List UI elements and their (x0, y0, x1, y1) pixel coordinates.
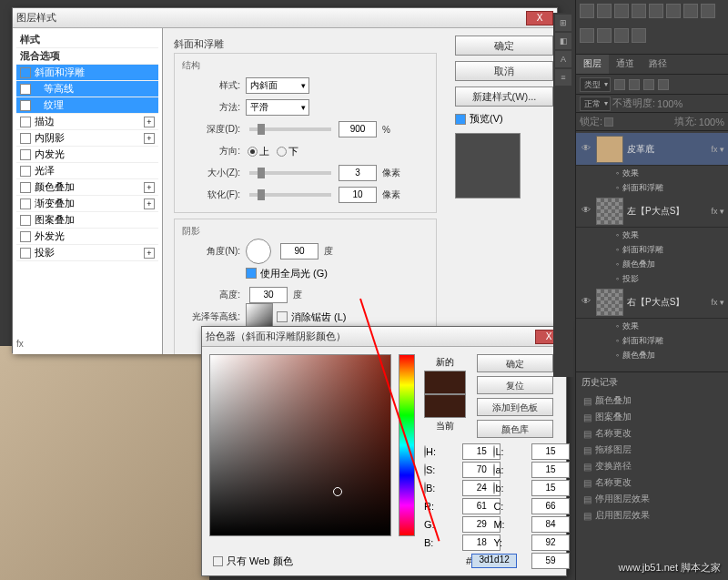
layer-item[interactable]: 👁右【P大点S】fx ▾ (576, 286, 728, 319)
blend-options-header[interactable]: 混合选项 (16, 48, 158, 65)
hex-input[interactable]: 3d1d12 (471, 554, 517, 568)
visibility-icon[interactable]: 👁 (580, 205, 592, 218)
current-color-swatch[interactable] (424, 394, 466, 418)
tool-icon[interactable]: A (555, 51, 571, 67)
fx-line[interactable]: 颜色叠加 (576, 257, 728, 271)
fx-line[interactable]: 颜色叠加 (576, 348, 728, 362)
effect-item[interactable]: 投影+ (16, 245, 158, 261)
history-item[interactable]: 图案叠加 (576, 409, 728, 425)
fx-badge[interactable]: fx ▾ (711, 145, 724, 154)
effect-checkbox[interactable] (20, 133, 31, 144)
fx-line[interactable]: 投影 (576, 271, 728, 286)
effect-checkbox[interactable] (20, 231, 31, 242)
altitude-input[interactable]: 30 (249, 287, 288, 303)
plus-icon[interactable]: + (144, 248, 155, 259)
depth-input[interactable]: 900 (339, 121, 377, 137)
fx-badge[interactable]: fx ▾ (711, 207, 724, 216)
layer-style-titlebar[interactable]: 图层样式 X (13, 8, 557, 28)
history-item[interactable]: 变换路径 (576, 458, 728, 474)
effect-item[interactable]: 纹理 (16, 97, 158, 114)
angle-input[interactable]: 90 (280, 243, 318, 259)
cp-ok-button[interactable]: 确定 (477, 354, 553, 372)
filter-kind[interactable]: 类型 (580, 77, 611, 92)
panel-icon[interactable] (580, 4, 594, 18)
tab-channels[interactable]: 通道 (609, 55, 642, 74)
plus-icon[interactable]: + (144, 198, 155, 209)
effect-checkbox[interactable] (20, 198, 31, 209)
size-input[interactable]: 3 (339, 165, 377, 181)
direction-down-radio[interactable] (277, 147, 287, 157)
plus-icon[interactable]: + (144, 117, 155, 127)
close-icon[interactable]: X (526, 11, 553, 25)
tool-icon[interactable]: ≡ (555, 69, 571, 86)
effect-checkbox[interactable] (20, 84, 31, 95)
fx-badge[interactable]: fx ▾ (711, 298, 724, 307)
preview-checkbox[interactable] (455, 114, 466, 125)
fx-line[interactable]: 效果 (576, 228, 728, 242)
effect-checkbox[interactable] (20, 100, 31, 111)
soften-input[interactable]: 10 (339, 187, 377, 203)
fx-line[interactable]: 效果 (576, 166, 728, 180)
effect-checkbox[interactable] (20, 215, 31, 226)
effect-checkbox[interactable] (20, 149, 31, 160)
direction-up-radio[interactable] (248, 147, 258, 157)
cp-reset-button[interactable]: 复位 (477, 376, 553, 394)
effect-item[interactable]: 内发光 (16, 147, 158, 163)
effect-item[interactable]: 内阴影+ (16, 130, 158, 147)
layer-thumb[interactable] (596, 289, 623, 316)
plus-icon[interactable]: + (144, 133, 155, 144)
style-dropdown[interactable]: 内斜面 (246, 77, 309, 94)
layer-item[interactable]: 👁皮革底fx ▾ (576, 133, 728, 166)
effect-item[interactable]: 渐变叠加+ (16, 196, 158, 212)
layer-thumb[interactable] (596, 136, 623, 163)
effect-item[interactable]: 斜面和浮雕 (16, 65, 158, 81)
size-slider[interactable] (249, 171, 331, 175)
blend-mode-dropdown[interactable]: 正常 (580, 97, 611, 111)
color-picker-titlebar[interactable]: 拾色器（斜面和浮雕阴影颜色） X (202, 327, 566, 347)
h-radio[interactable] (424, 445, 426, 458)
history-item[interactable]: 颜色叠加 (576, 392, 728, 409)
depth-slider[interactable] (249, 127, 331, 131)
cancel-button[interactable]: 取消 (455, 61, 553, 81)
cp-color-libs-button[interactable]: 颜色库 (477, 420, 553, 438)
effect-checkbox[interactable] (20, 117, 31, 127)
antialias-checkbox[interactable] (277, 311, 288, 322)
layer-item[interactable]: 👁左【P大点S】fx ▾ (576, 195, 728, 228)
filter-icon[interactable] (614, 79, 625, 90)
effect-item[interactable]: 图案叠加 (16, 212, 158, 229)
angle-dial[interactable] (246, 239, 271, 264)
fx-line[interactable]: 效果 (576, 319, 728, 333)
effect-item[interactable]: 外发光 (16, 229, 158, 245)
effect-item[interactable]: 等高线 (16, 81, 158, 97)
tool-icon[interactable]: ⊞ (555, 15, 571, 31)
effect-checkbox[interactable] (20, 248, 31, 259)
styles-header[interactable]: 样式 (16, 32, 158, 48)
web-only-checkbox[interactable] (213, 556, 223, 566)
soften-slider[interactable] (249, 193, 331, 197)
tab-paths[interactable]: 路径 (642, 55, 674, 74)
history-item[interactable]: 启用图层效果 (576, 507, 728, 524)
fx-line[interactable]: 斜面和浮雕 (576, 333, 728, 348)
effect-checkbox[interactable] (20, 67, 31, 78)
history-item[interactable]: 拖移图层 (576, 442, 728, 458)
effect-checkbox[interactable] (20, 166, 31, 177)
cp-add-swatch-button[interactable]: 添加到色板 (477, 398, 553, 416)
method-dropdown[interactable]: 平滑 (246, 99, 309, 116)
history-item[interactable]: 名称更改 (576, 425, 728, 442)
global-light-checkbox[interactable] (246, 268, 257, 279)
layer-thumb[interactable] (596, 198, 623, 225)
lock-icon[interactable] (604, 117, 613, 127)
effect-item[interactable]: 颜色叠加+ (16, 179, 158, 196)
color-field[interactable] (209, 354, 391, 536)
effect-checkbox[interactable] (20, 182, 31, 193)
visibility-icon[interactable]: 👁 (580, 143, 592, 156)
visibility-icon[interactable]: 👁 (580, 296, 592, 309)
history-item[interactable]: 名称更改 (576, 474, 728, 491)
effect-item[interactable]: 描边+ (16, 114, 158, 130)
effect-item[interactable]: 光泽 (16, 163, 158, 179)
history-item[interactable]: 停用图层效果 (576, 491, 728, 507)
new-style-button[interactable]: 新建样式(W)... (455, 86, 553, 107)
tool-icon[interactable]: ◧ (555, 33, 571, 49)
tab-layers[interactable]: 图层 (576, 55, 609, 74)
plus-icon[interactable]: + (144, 182, 155, 193)
